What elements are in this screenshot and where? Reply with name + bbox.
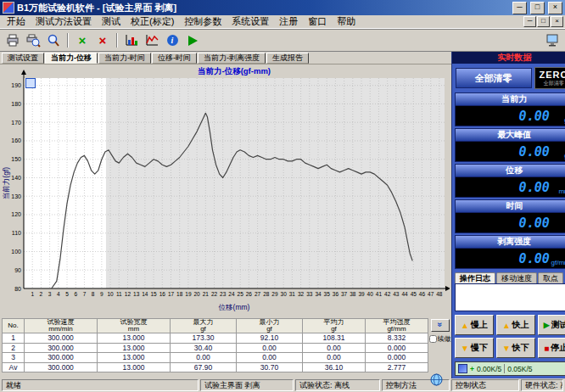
jog-button-5[interactable]: ■停止: [538, 338, 565, 358]
svg-text:190: 190: [11, 82, 21, 88]
zero-button-main-label: ZERO: [539, 70, 565, 80]
svg-text:39: 39: [358, 291, 365, 297]
chart-icon[interactable]: [122, 32, 141, 49]
menu-item-3[interactable]: 校正(标定): [126, 15, 179, 28]
svg-text:21: 21: [203, 291, 210, 297]
clear-green-icon[interactable]: ×: [73, 32, 92, 49]
table-cell: 300.000: [25, 362, 98, 372]
log-tab-2[interactable]: 取点: [538, 272, 563, 283]
zero-button[interactable]: ZERO 全部清零: [534, 67, 565, 89]
table-cell: 3: [3, 353, 25, 363]
display-lcd: 0.00gf: [455, 105, 565, 126]
plus-icon: +: [470, 365, 474, 373]
tab-5[interactable]: 生成报告: [266, 53, 309, 64]
minimize-button[interactable]: ─: [512, 2, 527, 14]
column-header: No.: [3, 319, 25, 333]
table-cell: 2.777: [366, 362, 428, 372]
table-cell: 0.00: [237, 343, 303, 353]
print-icon[interactable]: [3, 32, 22, 49]
zero-all-button[interactable]: 全部清零: [456, 68, 532, 88]
svg-text:41: 41: [376, 291, 383, 297]
force-displacement-chart: 1234567891011121314151617181920212223242…: [2, 66, 450, 312]
monitor-icon[interactable]: [543, 32, 562, 49]
jog-button-label: 快上: [512, 319, 529, 331]
stop-icon: ■: [544, 344, 549, 353]
jog-button-2[interactable]: ▶测试: [538, 315, 565, 335]
tab-0[interactable]: 测试设置: [2, 53, 44, 64]
start-icon[interactable]: [183, 32, 202, 49]
svg-text:2: 2: [40, 291, 43, 297]
svg-text:17: 17: [168, 291, 175, 297]
clear-red-icon[interactable]: ×: [93, 32, 112, 49]
menu-item-7[interactable]: 窗口: [303, 15, 332, 28]
svg-text:22: 22: [211, 291, 218, 297]
curve-icon[interactable]: [143, 32, 161, 49]
column-header-main: No.: [3, 322, 24, 329]
log-tab-0[interactable]: 操作日志: [455, 272, 495, 283]
column-header-unit: gf: [237, 326, 302, 333]
table-cell: 0.000: [366, 343, 428, 353]
statusbar-segment-1: 试验主界面 剥离: [200, 379, 294, 391]
jog-button-3[interactable]: ▼慢下: [455, 338, 494, 358]
print-preview-icon[interactable]: [24, 32, 42, 49]
zoom-icon[interactable]: [44, 32, 63, 49]
jog-button-1[interactable]: ▲快上: [496, 315, 535, 335]
svg-text:24: 24: [228, 291, 235, 297]
jog-button-label: 慢下: [471, 342, 488, 354]
menu-item-8[interactable]: 帮助: [332, 15, 361, 28]
svg-text:35: 35: [324, 291, 331, 297]
chart-panel: 1234567891011121314151617181920212223242…: [0, 64, 451, 317]
menu-item-2[interactable]: 测试: [97, 15, 126, 28]
svg-text:1: 1: [31, 291, 34, 297]
realtime-panel-title: 实时数据: [452, 52, 565, 64]
mdi-close-button[interactable]: ×: [551, 16, 563, 27]
table-cell: 13.000: [98, 343, 171, 353]
svg-text:110: 110: [12, 230, 21, 236]
down-icon: ▼: [502, 344, 511, 353]
menu-item-0[interactable]: 开始: [2, 15, 31, 28]
svg-text:10: 10: [107, 291, 114, 297]
continue-checkbox-input[interactable]: [429, 335, 437, 343]
continue-checkbox[interactable]: 续做: [429, 334, 451, 344]
svg-text:80: 80: [14, 286, 21, 292]
svg-text:4: 4: [57, 291, 60, 297]
menu-item-1[interactable]: 测试方法设置: [31, 15, 97, 28]
svg-text:36: 36: [333, 291, 339, 297]
statusbar-segment-0: 就绪: [2, 379, 199, 391]
menu-item-6[interactable]: 注册: [274, 15, 303, 28]
svg-text:140: 140: [11, 175, 21, 181]
log-tab-1[interactable]: 移动速度: [496, 272, 537, 283]
expand-results-button[interactable]: »: [431, 319, 450, 332]
jog-button-label: 慢上: [471, 319, 488, 331]
svg-text:19: 19: [185, 291, 192, 297]
statusbar: 就绪试验主界面 剥离试验状态: 离线控制方法控制状态硬件状态: 离线: [0, 378, 565, 392]
table-cell: 1: [3, 333, 25, 344]
mdi-minimize-button[interactable]: ─: [523, 16, 536, 27]
mdi-controls: ─ □ ×: [523, 16, 563, 27]
svg-text:18: 18: [176, 291, 183, 297]
svg-text:180: 180: [11, 101, 21, 107]
table-cell: 13.000: [98, 362, 171, 372]
svg-text:31: 31: [289, 291, 296, 297]
titlebar: B1万能试验机软件 - [试验主界面 剥离] ─ □ ×: [0, 0, 565, 15]
mdi-restore-button[interactable]: □: [537, 16, 550, 27]
tab-4[interactable]: 当前力-剥离强度: [198, 53, 266, 64]
play-icon: ▶: [544, 321, 550, 329]
svg-text:48: 48: [436, 291, 443, 297]
tab-1[interactable]: 当前力-位移: [45, 53, 98, 64]
close-button[interactable]: ×: [548, 2, 562, 14]
results-table-area: No.试验速度mm/min试验宽度mm最大力gf最小力gf平均力gf平均强度gf…: [0, 317, 451, 372]
menu-items: 开始测试方法设置测试校正(标定)控制参数系统设置注册窗口帮助: [2, 15, 361, 28]
menu-item-5[interactable]: 系统设置: [227, 15, 274, 28]
jog-button-4[interactable]: ▼快下: [496, 338, 535, 358]
display-value: 0.00: [519, 216, 550, 231]
maximize-button[interactable]: □: [530, 2, 545, 14]
jog-button-0[interactable]: ▲慢上: [455, 315, 494, 335]
info-icon[interactable]: i: [163, 32, 182, 49]
tab-2[interactable]: 当前力-时间: [98, 53, 151, 64]
globe-icon[interactable]: [430, 373, 443, 388]
zoom-reset-icon[interactable]: [25, 78, 36, 88]
menu-item-4[interactable]: 控制参数: [179, 15, 227, 28]
tab-3[interactable]: 位移-时间: [152, 53, 197, 64]
jog-button-label: 测试: [551, 319, 565, 331]
